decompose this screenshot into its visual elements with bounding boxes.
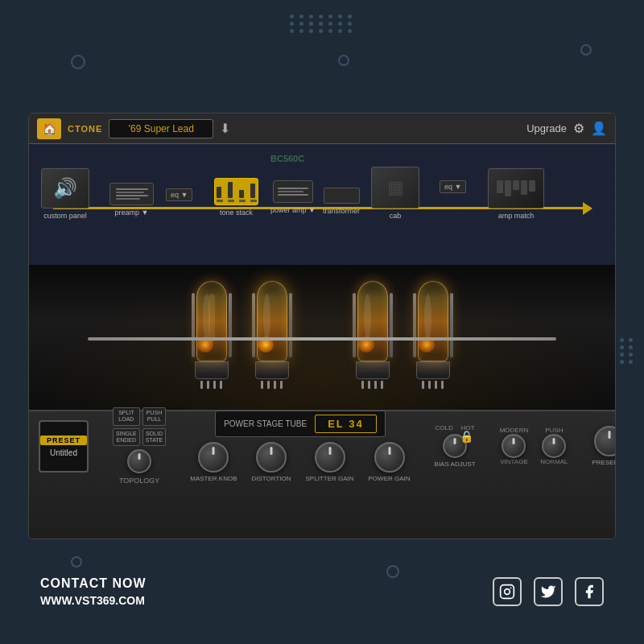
bias-lock-icon: 🔒 [460, 430, 473, 443]
tube-pins-2 [261, 381, 283, 389]
tube-bracket-right-1 [229, 293, 232, 357]
topology-buttons: SPLITLOAD PUSHPULL SINGLEENDED SOLIDSTAT… [113, 407, 166, 447]
tube-pins-3 [361, 381, 383, 389]
upgrade-button[interactable]: Upgrade [526, 122, 567, 134]
url-text: WWW.VST369.COM [40, 594, 147, 607]
download-button[interactable]: ⬇ [220, 121, 230, 136]
modern-vintage: MODERN VINTAGE [500, 427, 529, 465]
solid-state-btn[interactable]: SOLIDSTATE [142, 428, 167, 447]
normal-label: NORMAL [540, 458, 568, 465]
vintage-label-row: VINTAGE [500, 458, 528, 465]
decoration-circle-3 [580, 44, 592, 56]
tone-stack-label: tone stack [220, 208, 253, 217]
cab-label: cab [390, 212, 402, 220]
mode-knob[interactable] [502, 434, 526, 458]
power-gain-label: POWER GAIN [369, 475, 411, 482]
power-stage-label: POWER STAGE TUBE [224, 419, 307, 428]
distortion-knob[interactable] [256, 442, 287, 473]
svg-point-2 [510, 588, 512, 589]
mode-labels-row: MODERN [500, 427, 529, 434]
custom-panel-label: custom panel [43, 212, 87, 220]
power-stage-row: POWER STAGE TUBE EL 34 [190, 411, 410, 437]
topology-label: TOPOLOGY [119, 477, 159, 485]
panel-row1: PRESET Untitled SPLITLOAD PUSHPULL SINGL… [39, 418, 605, 474]
eq2-tag[interactable]: eq ▼ [440, 180, 466, 193]
preamp-label[interactable]: preamp ▼ [115, 208, 149, 217]
tube-pins-1 [200, 381, 222, 389]
presence-resonate: PRESENCE RESONATE [592, 426, 616, 466]
tube-glass-4 [418, 281, 448, 361]
svg-point-1 [505, 589, 510, 595]
tube-glass-1 [196, 281, 227, 361]
tube-bracket-right-3 [390, 293, 393, 357]
tube-bracket-left-2 [252, 293, 255, 357]
control-panel: PRESET Untitled SPLITLOAD PUSHPULL SINGL… [29, 410, 615, 539]
decoration-circle-1 [71, 55, 85, 69]
settings-button[interactable]: ⚙ [573, 121, 584, 136]
bias-section: COLD HOT 🔒 BIAS ADJUST [435, 424, 476, 468]
presence-knob-group: PRESENCE [592, 426, 616, 466]
preset-name-input[interactable] [109, 119, 213, 138]
distortion-knob-group: DISTORTION [251, 442, 291, 482]
tube-base-2 [255, 361, 289, 379]
contact-text: CONTACT NOW [40, 576, 147, 591]
amp-match-label: amp match [498, 212, 535, 220]
transformer-label: transformer [323, 207, 360, 215]
decoration-circle-2 [338, 55, 349, 66]
preset-box: PRESET Untitled [39, 420, 89, 473]
mode-knob-group [502, 434, 526, 458]
tube-pins-4 [422, 381, 444, 389]
bias-label: BIAS ADJUST [435, 460, 476, 468]
chain-arrow [583, 202, 592, 215]
master-knob-label: MASTER KNOB [190, 475, 237, 482]
power-amp-label[interactable]: power amp ▼ [270, 206, 316, 214]
splitter-gain-knob[interactable] [315, 442, 345, 473]
push-knob-group [542, 434, 566, 458]
master-knob-group: MASTER KNOB [190, 442, 237, 482]
power-gain-knob-group: POWER GAIN [369, 442, 411, 482]
presence-knob[interactable] [594, 426, 616, 456]
tube-connector [88, 337, 556, 341]
topology-knob[interactable] [127, 449, 151, 473]
pcb-label: BC560C [270, 154, 304, 163]
power-gain-knob[interactable] [374, 442, 405, 473]
main-controls: POWER STAGE TUBE EL 34 MASTER KNOB DISTO… [190, 411, 410, 482]
split-load-btn[interactable]: SPLITLOAD [113, 407, 140, 426]
knobs-row: MASTER KNOB DISTORTION SPLITTER GAIN POW… [190, 442, 410, 482]
mode-section: MODERN VINTAGE [500, 427, 529, 465]
preset-tag: PRESET [40, 436, 87, 445]
tube-bracket-left-1 [192, 293, 195, 357]
presence-label: PRESENCE [592, 459, 616, 466]
bias-knob-area: 🔒 [443, 434, 467, 458]
twitter-icon[interactable] [534, 577, 563, 606]
social-icons [493, 577, 604, 606]
tube-bracket-left-4 [413, 293, 416, 357]
facebook-icon[interactable] [575, 577, 604, 606]
tube-bracket-left-3 [353, 293, 356, 357]
tube-base-4 [416, 361, 450, 379]
eq1-tag[interactable]: eq ▼ [166, 188, 192, 201]
topology-section: SPLITLOAD PUSHPULL SINGLEENDED SOLIDSTAT… [113, 407, 166, 485]
master-knob[interactable] [198, 442, 229, 473]
power-stage-display: POWER STAGE TUBE EL 34 [215, 411, 385, 437]
signal-chain: 🔊 custom panel preamp ▼ eq ▼ [29, 144, 615, 265]
normal-label-row: NORMAL [540, 458, 568, 465]
decoration-dots-top [290, 14, 354, 33]
push-knob[interactable] [542, 434, 566, 458]
logo: CTONE [68, 124, 102, 134]
tube-glass-3 [357, 281, 388, 361]
tube-bracket-right-2 [289, 293, 292, 357]
modern-label: MODERN [500, 427, 529, 434]
instagram-icon[interactable] [493, 577, 522, 606]
footer-text: CONTACT NOW WWW.VST369.COM [40, 576, 147, 607]
tube-base-1 [195, 361, 229, 379]
plugin-window: 🏠 CTONE ⬇ Upgrade ⚙ 👤 🔊 custom panel [28, 113, 616, 539]
push-normal-labels: PUSH [545, 427, 563, 434]
user-button[interactable]: 👤 [591, 121, 607, 136]
single-ended-btn[interactable]: SINGLEENDED [113, 428, 140, 447]
push-pull-btn[interactable]: PUSHPULL [142, 407, 167, 426]
tube-area [29, 265, 615, 410]
home-button[interactable]: 🏠 [37, 118, 61, 139]
push-label: PUSH [545, 427, 563, 434]
footer: CONTACT NOW WWW.VST369.COM [0, 539, 644, 644]
